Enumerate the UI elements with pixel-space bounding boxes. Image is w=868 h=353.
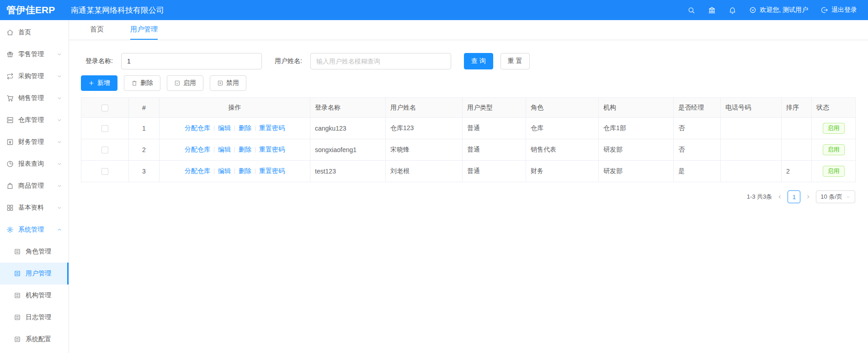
logout-button[interactable]: 退出登录 bbox=[821, 6, 857, 14]
cell-manager: 否 bbox=[674, 139, 721, 161]
row-checkbox[interactable] bbox=[101, 168, 108, 175]
sidebar-subitem-label: 机构管理 bbox=[26, 291, 62, 300]
action-separator bbox=[234, 169, 235, 174]
action-delete-link[interactable]: 删除 bbox=[239, 167, 251, 174]
grid-icon bbox=[6, 204, 14, 211]
user-name-input[interactable] bbox=[310, 53, 451, 69]
sidebar-subitem-0[interactable]: 角色管理 bbox=[0, 241, 69, 263]
account-icon bbox=[749, 6, 756, 14]
bank-icon[interactable] bbox=[708, 6, 716, 14]
sidebar-item-2[interactable]: 采购管理 bbox=[0, 65, 69, 87]
sidebar-subitem-3[interactable]: 日志管理 bbox=[0, 306, 69, 328]
sidebar-subitem-1[interactable]: 用户管理 bbox=[0, 263, 69, 285]
enable-button[interactable]: 启用 bbox=[167, 75, 203, 91]
pagination-total: 1-3 共3条 bbox=[747, 193, 772, 201]
status-badge[interactable]: 启用 bbox=[823, 123, 845, 134]
action-delete-link[interactable]: 删除 bbox=[239, 146, 251, 153]
action-reset-password-link[interactable]: 重置密码 bbox=[259, 167, 285, 174]
page-number[interactable]: 1 bbox=[788, 190, 800, 203]
sidebar-subitem-label: 日志管理 bbox=[26, 313, 62, 321]
delete-button[interactable]: 删除 bbox=[124, 75, 160, 91]
next-page-button[interactable] bbox=[805, 194, 811, 200]
select-all-checkbox[interactable] bbox=[101, 105, 108, 111]
sidebar-subitem-label: 角色管理 bbox=[26, 248, 62, 256]
sidebar-item-label: 仓库管理 bbox=[18, 116, 57, 124]
cell-role: 仓库 bbox=[526, 118, 599, 139]
action-assign-warehouse-link[interactable]: 分配仓库 bbox=[185, 124, 210, 132]
table-row: 1分配仓库编辑删除重置密码cangku123仓库123普通仓库仓库1部否启用 bbox=[81, 118, 856, 139]
sidebar: 首页零售管理采购管理销售管理仓库管理财务管理报表查询商品管理基本资料系统管理角色… bbox=[0, 20, 69, 353]
login-name-input[interactable] bbox=[121, 53, 262, 69]
status-badge[interactable]: 启用 bbox=[823, 166, 845, 177]
welcome-text: 欢迎您, 测试用户 bbox=[760, 6, 808, 14]
sidebar-item-1[interactable]: 零售管理 bbox=[0, 43, 69, 65]
sidebar-item-label: 销售管理 bbox=[18, 94, 57, 102]
chevron-down-icon bbox=[57, 205, 62, 211]
cell-sort: 2 bbox=[782, 161, 812, 182]
action-edit-link[interactable]: 编辑 bbox=[218, 146, 231, 153]
column-header: 用户类型 bbox=[463, 98, 526, 118]
home-icon bbox=[6, 29, 14, 36]
sidebar-item-8[interactable]: 基本资料 bbox=[0, 197, 69, 219]
bell-icon[interactable] bbox=[729, 6, 736, 14]
action-assign-warehouse-link[interactable]: 分配仓库 bbox=[185, 167, 210, 174]
row-index: 3 bbox=[129, 161, 160, 182]
action-separator bbox=[214, 126, 214, 131]
tab-bar: 首页用户管理 bbox=[69, 20, 868, 40]
reset-button[interactable]: 重 置 bbox=[501, 53, 530, 69]
status-badge[interactable]: 启用 bbox=[823, 144, 845, 156]
user-menu[interactable]: 欢迎您, 测试用户 bbox=[749, 6, 808, 14]
app-logo: 管伊佳ERP bbox=[0, 4, 69, 16]
cart-icon bbox=[6, 95, 14, 102]
action-edit-link[interactable]: 编辑 bbox=[218, 124, 231, 132]
plus-icon bbox=[88, 80, 95, 86]
sidebar-item-5[interactable]: 财务管理 bbox=[0, 131, 69, 153]
action-reset-password-link[interactable]: 重置密码 bbox=[259, 146, 285, 153]
action-edit-link[interactable]: 编辑 bbox=[218, 167, 231, 174]
sidebar-item-7[interactable]: 商品管理 bbox=[0, 175, 69, 197]
add-button[interactable]: 新增 bbox=[81, 75, 117, 91]
search-button[interactable]: 查 询 bbox=[464, 53, 493, 69]
action-delete-link[interactable]: 删除 bbox=[239, 124, 251, 132]
action-separator bbox=[214, 147, 214, 153]
add-button-label: 新增 bbox=[97, 79, 110, 87]
sidebar-item-9[interactable]: 系统管理 bbox=[0, 219, 69, 241]
action-assign-warehouse-link[interactable]: 分配仓库 bbox=[185, 146, 210, 153]
page-size-select[interactable]: 10 条/页 bbox=[816, 190, 855, 203]
sidebar-subitem-4[interactable]: 系统配置 bbox=[0, 328, 69, 350]
prev-page-button[interactable] bbox=[777, 194, 783, 200]
pie-chart-icon bbox=[6, 160, 14, 168]
sidebar-item-label: 采购管理 bbox=[18, 72, 57, 80]
row-checkbox[interactable] bbox=[101, 125, 108, 132]
disable-button[interactable]: 禁用 bbox=[210, 75, 246, 91]
column-header: # bbox=[129, 98, 160, 118]
cell-type: 普通 bbox=[463, 118, 526, 139]
tab-0[interactable]: 首页 bbox=[90, 20, 104, 40]
select-all-header bbox=[81, 98, 129, 118]
document-icon bbox=[14, 270, 21, 277]
column-header: 操作 bbox=[160, 98, 310, 118]
action-separator bbox=[255, 169, 256, 174]
chevron-down-icon bbox=[57, 161, 62, 167]
action-separator bbox=[255, 126, 256, 131]
column-header: 机构 bbox=[599, 98, 674, 118]
chevron-right-icon bbox=[805, 194, 811, 200]
sidebar-item-6[interactable]: 报表查询 bbox=[0, 153, 69, 175]
cell-name: 仓库123 bbox=[386, 118, 463, 139]
action-reset-password-link[interactable]: 重置密码 bbox=[259, 124, 285, 132]
tab-1[interactable]: 用户管理 bbox=[130, 20, 158, 40]
cell-name: 刘老根 bbox=[386, 161, 463, 182]
cell-login: songxiaofeng1 bbox=[310, 139, 386, 161]
row-checkbox[interactable] bbox=[101, 147, 108, 153]
enable-button-label: 启用 bbox=[183, 79, 196, 87]
gear-icon bbox=[6, 226, 14, 233]
sidebar-item-0[interactable]: 首页 bbox=[0, 21, 69, 43]
column-header: 状态 bbox=[812, 98, 856, 118]
sidebar-subitem-2[interactable]: 机构管理 bbox=[0, 285, 69, 306]
sidebar-item-3[interactable]: 销售管理 bbox=[0, 87, 69, 109]
sidebar-item-label: 基本资料 bbox=[18, 204, 57, 212]
cell-org: 研发部 bbox=[599, 161, 674, 182]
sidebar-item-4[interactable]: 仓库管理 bbox=[0, 109, 69, 131]
sidebar-subitem-label: 系统配置 bbox=[26, 335, 62, 343]
search-icon[interactable] bbox=[687, 6, 695, 14]
